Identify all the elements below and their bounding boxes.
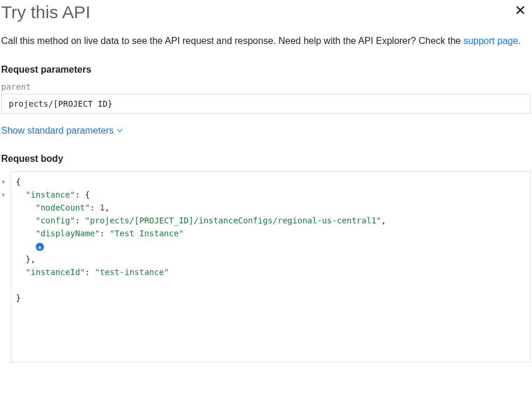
intro-text: Call this method on live data to see the… (1, 34, 531, 48)
request-params-heading: Request parameters (1, 64, 531, 75)
parent-input[interactable] (1, 94, 531, 114)
param-label-parent: parent (1, 82, 531, 91)
intro-after: . (518, 36, 520, 46)
request-body-heading: Request body (1, 154, 531, 164)
json-code[interactable]: { "instance": { "nodeCount": 1, "config"… (11, 172, 530, 308)
fold-gutter[interactable]: ▾ ▾ (2, 172, 10, 201)
fold-toggle-icon[interactable]: ▾ (2, 188, 10, 201)
close-icon[interactable]: ✕ (510, 1, 531, 20)
add-field-button[interactable]: + (36, 243, 44, 251)
expand-label: Show standard parameters (1, 125, 114, 136)
support-page-link[interactable]: support page (463, 36, 518, 46)
page-title: Try this API (1, 2, 90, 22)
fold-toggle-icon[interactable]: ▾ (2, 175, 10, 188)
chevron-down-icon (117, 128, 123, 134)
show-standard-params-toggle[interactable]: Show standard parameters (1, 125, 123, 136)
intro-before: Call this method on live data to see the… (1, 36, 463, 46)
request-body-editor[interactable]: ▾ ▾ { "instance": { "nodeCount": 1, "con… (11, 171, 531, 362)
